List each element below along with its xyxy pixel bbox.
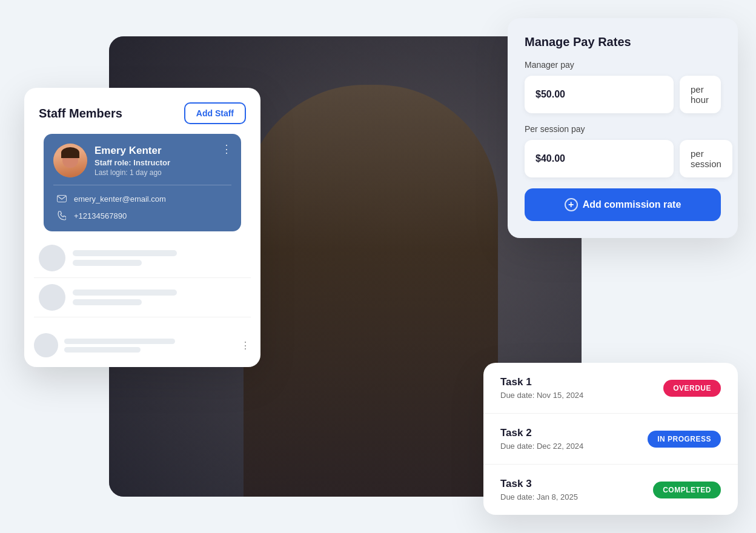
staff-card-title: Staff Members [39,107,122,121]
staff-member-info: Emery Kenter Staff role: Instructor Last… [94,145,231,177]
pay-rates-card: Manage Pay Rates Manager pay per hour Pe… [508,18,738,238]
manager-pay-unit: per hour [680,76,721,113]
placeholder-lines-1 [73,250,246,266]
task-3-info: Task 3 Due date: Jan 8, 2025 [500,478,578,502]
role-label: Staff role: [94,158,131,167]
placeholder-line [73,290,177,296]
placeholder-avatar-2 [39,284,65,311]
add-commission-button[interactable]: + Add commission rate [525,188,721,221]
pay-rates-title: Manage Pay Rates [525,35,721,49]
task-2-info: Task 2 Due date: Dec 22, 2024 [500,427,583,451]
task-row-3: Task 3 Due date: Jan 8, 2025 COMPLETED [483,465,738,515]
staff-more-icon[interactable]: ⋮ [221,142,233,156]
footer-lines [64,339,234,353]
task-3-name: Task 3 [500,478,578,490]
role-value: Instructor [133,158,170,167]
scene: Staff Members Add Staff ⋮ Emery Kenter S… [0,0,756,533]
placeholder-line [64,347,141,353]
tasks-card: Task 1 Due date: Nov 15, 2024 OVERDUE Ta… [483,363,738,515]
task-2-due: Due date: Dec 22, 2024 [500,442,583,451]
session-pay-amount-input[interactable] [525,140,674,177]
footer-more-icon[interactable]: ⋮ [240,340,251,351]
placeholder-line [73,299,142,305]
staff-phone-row: +12134567890 [56,210,229,222]
selected-staff-member: ⋮ Emery Kenter Staff role: Instructor La… [44,134,241,231]
manager-pay-amount-input[interactable] [525,76,674,113]
staff-divider [53,185,231,185]
staff-contact: emery_kenter@email.com +12134567890 [53,193,231,222]
session-pay-unit: per session [680,140,732,177]
task-3-badge: COMPLETED [653,482,721,498]
staff-email-row: emery_kenter@email.com [56,193,229,205]
placeholder-line [73,260,142,266]
staff-phone: +12134567890 [74,211,127,220]
add-staff-button[interactable]: Add Staff [184,102,246,124]
manager-pay-row: per hour [525,76,721,113]
staff-card-header: Staff Members Add Staff [24,88,260,134]
staff-card-body [24,231,260,327]
staff-email: emery_kenter@email.com [74,194,166,204]
staff-role: Staff role: Instructor [94,158,231,167]
staff-card-footer: ⋮ [24,327,260,367]
phone-icon [56,210,68,222]
task-3-due: Due date: Jan 8, 2025 [500,492,578,502]
task-1-badge: OVERDUE [663,380,721,397]
staff-last-login: Last login: 1 day ago [94,168,231,177]
task-2-name: Task 2 [500,427,583,439]
task-1-name: Task 1 [500,376,583,388]
session-pay-label: Per session pay [525,124,721,134]
footer-avatar [34,333,58,357]
staff-placeholder-row-2 [34,278,251,317]
task-row-1: Task 1 Due date: Nov 15, 2024 OVERDUE [483,363,738,414]
placeholder-line [64,339,175,344]
placeholder-lines-2 [73,290,246,305]
email-icon [56,193,68,205]
task-2-badge: IN PROGRESS [648,431,721,448]
plus-circle-icon: + [565,198,578,211]
task-row-2: Task 2 Due date: Dec 22, 2024 IN PROGRES… [483,414,738,465]
session-pay-row: per session [525,140,721,177]
person-figure [244,85,498,497]
manager-pay-label: Manager pay [525,60,721,70]
staff-member-top: Emery Kenter Staff role: Instructor Last… [53,144,231,177]
staff-name: Emery Kenter [94,145,231,157]
staff-avatar [53,144,87,177]
placeholder-line [73,250,177,256]
task-1-due: Due date: Nov 15, 2024 [500,391,583,400]
staff-members-card: Staff Members Add Staff ⋮ Emery Kenter S… [24,88,260,367]
task-1-info: Task 1 Due date: Nov 15, 2024 [500,376,583,400]
add-commission-label: Add commission rate [583,199,681,210]
staff-placeholder-row-1 [34,239,251,278]
avatar-image [53,144,87,177]
placeholder-avatar-1 [39,245,65,271]
